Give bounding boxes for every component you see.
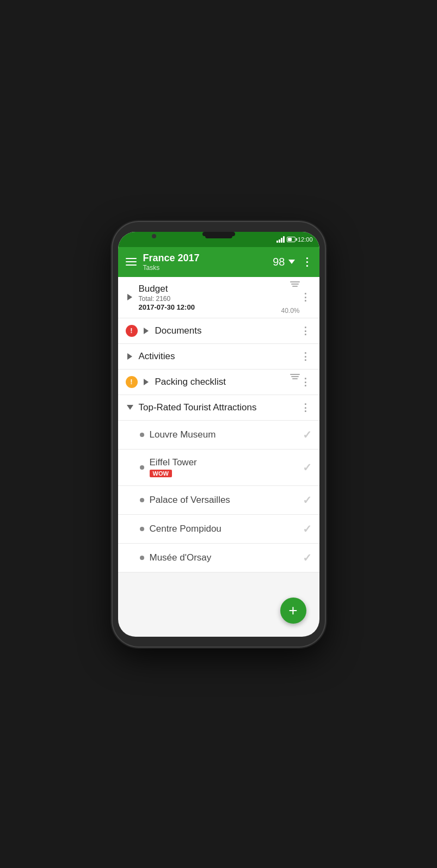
task-item-budget: Budget Total: 2160 2017-07-30 12:00 ⋮ 40… [118,277,319,318]
eiffel-name: Eiffel Tower [150,457,297,468]
attractions-more-icon[interactable]: ⋮ [298,402,312,414]
eiffel-check-icon: ✓ [303,461,312,474]
activities-name: Activities [139,351,294,362]
louvre-check-icon: ✓ [303,428,312,441]
bullet-icon [140,556,144,560]
list-item-versailles[interactable]: Palace of Versailles ✓ [118,486,319,515]
task-item-packing: ! Packing checklist ⋮ [118,370,319,395]
speaker [205,234,232,238]
app-bar-title-area: France 2017 Tasks [143,253,267,272]
budget-name: Budget [139,284,294,294]
versailles-content: Palace of Versailles [150,495,297,506]
activities-info: Activities [139,351,294,362]
list-item-orsay[interactable]: Musée d'Orsay ✓ [118,544,319,572]
pompidou-check-icon: ✓ [303,522,312,535]
orsay-content: Musée d'Orsay [150,552,297,563]
camera-dot [152,234,156,238]
louvre-name: Louvre Museum [150,429,297,440]
dropdown-arrow-icon[interactable] [288,260,295,264]
status-icons: 12:00 [276,236,313,243]
task-item-attractions: Top-Rated Tourist Attractions ⋮ [118,395,319,421]
signal-bars-icon [276,236,285,243]
pompidou-name: Centre Pompidou [150,524,297,534]
budget-info: Budget Total: 2160 2017-07-30 12:00 [139,284,294,311]
task-item-activities: Activities ⋮ [118,344,319,370]
list-item-pompidou[interactable]: Centre Pompidou ✓ [118,515,319,544]
bullet-icon [140,527,144,531]
documents-info: Documents [155,325,294,336]
packing-header[interactable]: ! Packing checklist ⋮ [118,370,319,395]
attractions-expand-icon[interactable] [126,403,134,412]
hamburger-menu-icon[interactable] [126,258,137,266]
documents-alert-badge: ! [126,325,138,337]
pompidou-content: Centre Pompidou [150,524,297,534]
content-wrapper: Budget Total: 2160 2017-07-30 12:00 ⋮ 40… [118,277,319,637]
documents-name: Documents [155,325,294,336]
documents-expand-icon[interactable] [142,327,151,335]
bullet-icon [140,433,144,437]
budget-date: 2017-07-30 12:00 [139,303,294,311]
attractions-info: Top-Rated Tourist Attractions [139,402,294,413]
activities-header[interactable]: Activities ⋮ [118,344,319,369]
eiffel-content: Eiffel Tower WOW [150,457,297,478]
app-bar: France 2017 Tasks 98 ⋮ [118,247,319,277]
app-subtitle: Tasks [143,264,267,272]
screen: 12:00 France 2017 Tasks 98 ⋮ [118,232,319,637]
activities-expand-icon[interactable] [126,352,134,361]
packing-filter-icon [290,374,300,379]
orsay-check-icon: ✓ [303,551,312,564]
bullet-icon [140,498,144,502]
list-item-louvre[interactable]: Louvre Museum ✓ [118,421,319,450]
documents-more-icon[interactable]: ⋮ [298,325,312,337]
wow-badge: WOW [150,470,172,477]
versailles-check-icon: ✓ [303,494,312,507]
packing-info: Packing checklist [155,377,294,387]
list-item-eiffel[interactable]: Eiffel Tower WOW ✓ [118,450,319,486]
app-title: France 2017 [143,253,267,264]
bullet-icon [140,465,144,470]
packing-more-icon[interactable]: ⋮ [298,376,312,388]
packing-name: Packing checklist [155,377,294,387]
louvre-content: Louvre Museum [150,429,297,440]
attractions-name: Top-Rated Tourist Attractions [139,402,294,413]
documents-header[interactable]: ! Documents ⋮ [118,318,319,343]
task-count: 98 [273,256,285,268]
filter-icon [290,281,300,287]
budget-more-icon[interactable]: ⋮ [298,291,312,303]
task-item-documents: ! Documents ⋮ [118,318,319,344]
add-fab-button[interactable]: + [280,598,306,624]
task-list: Budget Total: 2160 2017-07-30 12:00 ⋮ 40… [118,277,319,572]
task-count-area[interactable]: 98 [273,256,294,268]
budget-detail: Total: 2160 [139,295,294,303]
phone-frame: 12:00 France 2017 Tasks 98 ⋮ [113,222,325,647]
add-icon: + [288,602,297,619]
more-options-icon[interactable]: ⋮ [301,255,312,268]
orsay-name: Musée d'Orsay [150,552,297,563]
status-time: 12:00 [298,236,313,243]
battery-icon [287,237,296,242]
budget-progress: 40.0% [281,307,299,315]
packing-expand-icon[interactable] [142,378,151,386]
activities-more-icon[interactable]: ⋮ [298,350,312,362]
budget-expand-icon[interactable] [126,293,134,301]
packing-alert-badge: ! [126,376,138,388]
attractions-header[interactable]: Top-Rated Tourist Attractions ⋮ [118,395,319,420]
versailles-name: Palace of Versailles [150,495,297,506]
